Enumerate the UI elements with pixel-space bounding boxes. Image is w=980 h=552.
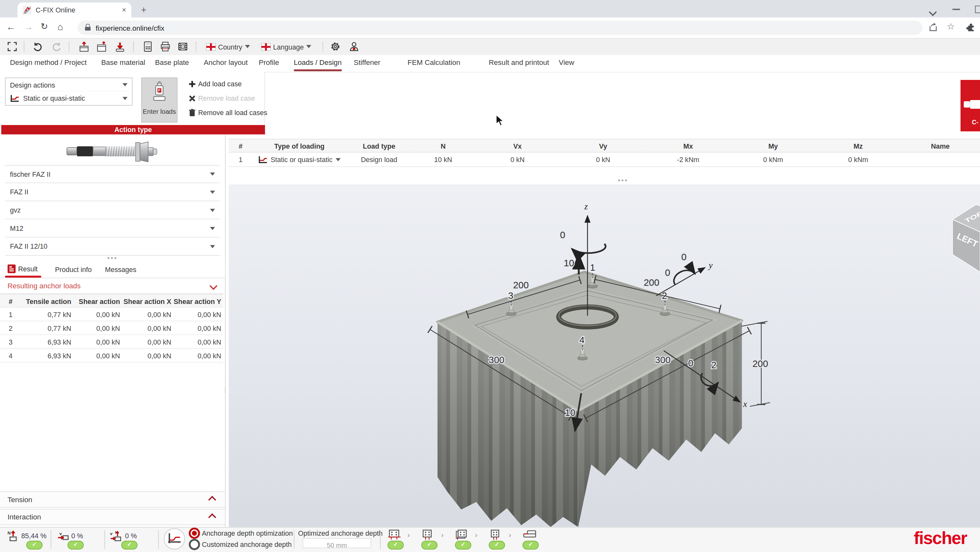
reload-button[interactable]: ↻ (41, 21, 48, 31)
tab-view[interactable]: View (559, 59, 574, 66)
load-case-num: 1 (229, 152, 252, 166)
print-icon[interactable] (160, 41, 170, 54)
product-variant-dropdown[interactable]: FAZ II 12/10 (5, 238, 220, 256)
load-case-vx[interactable]: 0 kN (474, 152, 561, 166)
interaction-collapse-icon (208, 513, 216, 521)
back-button[interactable]: ← (6, 21, 16, 32)
extensions-puzzle-icon[interactable] (966, 22, 975, 34)
table-resize-handle[interactable]: ••• (616, 177, 631, 184)
tab-close-icon[interactable]: × (122, 6, 126, 14)
tab-base-plate[interactable]: Base plate (155, 59, 189, 66)
result-col-shear: Shear action (73, 294, 122, 308)
load-case-mz[interactable]: 0 kNm (816, 152, 900, 166)
check-icon: ✓ (32, 541, 37, 548)
radio-anchorage-optimization[interactable]: Anchorage depth optimization (191, 530, 293, 537)
new-project-icon[interactable] (79, 41, 90, 55)
mouse-cursor (496, 115, 504, 127)
remove-all-load-cases-button[interactable]: Remove all load cases (189, 108, 267, 116)
interaction-section-header[interactable]: Interaction (0, 509, 225, 525)
country-selector[interactable]: Country (206, 41, 250, 52)
product-size-dropdown[interactable]: M12 (5, 219, 220, 238)
tab-anchor-layout[interactable]: Anchor layout (204, 59, 248, 66)
load-case-n[interactable]: 10 kN (412, 152, 474, 166)
load-curve-button[interactable] (164, 528, 185, 549)
tab-product-info[interactable]: Product info (55, 266, 92, 273)
add-load-case-label: Add load case (198, 80, 242, 87)
save-download-icon[interactable] (114, 41, 126, 55)
product-coating-dropdown[interactable]: gvz (5, 201, 220, 220)
fullscreen-icon[interactable] (7, 42, 17, 54)
tab-profile[interactable]: Profile (259, 59, 279, 66)
step-check-badge: ✓ (388, 541, 404, 549)
radio-selected-icon (191, 530, 198, 537)
enter-loads-button[interactable]: F Enter loads (141, 78, 178, 123)
product-family-dropdown[interactable]: fischer FAZ II (5, 165, 220, 183)
browser-tab[interactable]: C-FIX Online × (18, 3, 131, 18)
result-cell: 0,00 kN (122, 349, 173, 362)
result-col-tensile: Tensile action (21, 294, 73, 308)
open-project-icon[interactable] (96, 41, 107, 55)
dim-top-right: 200 (644, 277, 659, 288)
tab-loads-design[interactable]: Loads / Design (294, 59, 342, 66)
optimized-depth-input[interactable]: 50 mm (302, 538, 371, 548)
panel-scrollbar-dots[interactable]: ⋮ (223, 389, 228, 392)
video-icon[interactable] (178, 41, 188, 54)
window-minimize-button[interactable] (953, 9, 960, 10)
resulting-anchor-loads-header[interactable]: Resulting anchor loads (0, 278, 225, 294)
calculator-icon[interactable] (142, 41, 153, 54)
tab-stiffener[interactable]: Stiffener (354, 59, 380, 66)
x-axis-label: x (743, 399, 747, 409)
load-case-row[interactable]: 1 Static or quasi-static Design load 10 … (229, 152, 980, 167)
col-type-of-loading: Type of loading (253, 139, 347, 152)
user-account-icon[interactable] (349, 41, 359, 54)
loading-type-dropdown[interactable]: Static or quasi-static (5, 91, 132, 106)
share-icon[interactable] (929, 22, 938, 34)
viewport-3d[interactable]: 1 2 3 4 200 200 300 300 200 (229, 184, 980, 527)
add-load-case-button[interactable]: Add load case (189, 80, 242, 87)
url-bar[interactable]: fixperience.online/cfix (78, 21, 923, 35)
tab-search-chevron-icon[interactable] (930, 6, 935, 18)
tab-design-method[interactable]: Design method / Project (10, 59, 86, 66)
action-type-dropdown[interactable]: Design actions (5, 78, 132, 92)
forward-button[interactable]: → (24, 21, 33, 32)
load-case-mx[interactable]: -2 kNm (646, 152, 730, 166)
anchor-1-label: 1 (590, 262, 595, 273)
enter-loads-icon: F (151, 81, 168, 104)
result-cell: 1 (0, 308, 21, 321)
radio-customized-depth[interactable]: Customized anchorage depth (191, 541, 292, 548)
load-case-name[interactable] (900, 152, 980, 166)
language-selector[interactable]: Language (261, 41, 311, 52)
col-name: Name (900, 139, 980, 152)
tab-result-label: Result (18, 265, 38, 272)
load-case-vy[interactable]: 0 kN (561, 152, 646, 166)
url-text: fixperience.online/cfix (95, 24, 164, 31)
static-load-icon (10, 94, 19, 102)
panel-resize-handle[interactable]: ••• (107, 254, 119, 262)
type-caret-icon[interactable] (336, 158, 341, 161)
product-size-value: M12 (10, 224, 23, 232)
tab-messages[interactable]: Messages (105, 266, 136, 273)
x-icon (189, 95, 196, 102)
bookmark-star-icon[interactable]: ☆ (947, 21, 955, 31)
result-cell: 0,00 kN (73, 335, 122, 349)
product-badge[interactable]: C- (961, 80, 980, 131)
window-maximize-button[interactable] (975, 6, 980, 13)
app-window: C-FIX Online × + ← → ↻ ⌂ fixperience.onl… (0, 0, 980, 552)
result-cell: 0,00 kN (73, 321, 122, 335)
tab-result[interactable]: Result (7, 264, 37, 273)
new-tab-button[interactable]: + (139, 5, 149, 15)
tab-base-material[interactable]: Base material (101, 59, 145, 66)
tab-fem-calculation[interactable]: FEM Calculation (407, 59, 460, 66)
load-case-my[interactable]: 0 kNm (730, 152, 816, 166)
result-cell: 0,00 kN (173, 308, 223, 321)
home-button[interactable]: ⌂ (57, 21, 63, 32)
settings-gear-icon[interactable] (330, 41, 340, 54)
tab-result-printout[interactable]: Result and printout (489, 59, 549, 66)
action-type-banner-label: Action type (114, 126, 152, 133)
tension-section-header[interactable]: Tension (0, 491, 225, 507)
step-check-badge: ✓ (455, 541, 471, 549)
col-vy: Vy (561, 139, 646, 152)
product-series-dropdown[interactable]: FAZ II (5, 183, 220, 201)
view-cube[interactable]: TOP LEFT F (953, 204, 980, 272)
undo-icon[interactable] (33, 41, 43, 54)
